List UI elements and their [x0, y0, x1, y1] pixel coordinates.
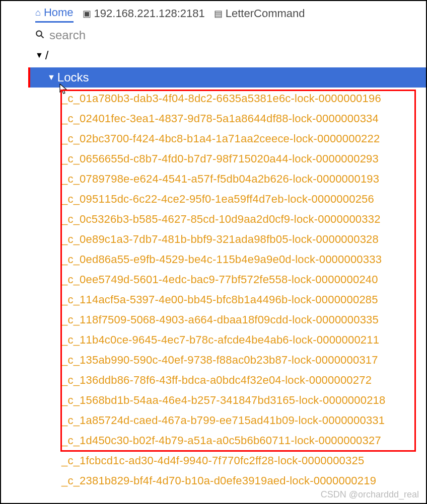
command-icon: ▤: [214, 8, 223, 19]
tree-node[interactable]: _c_0ed86a55-e9fb-4529-be4c-115b4e9a9e0d-…: [61, 249, 426, 270]
tree-node[interactable]: _c_1a85724d-caed-467a-b799-ee715ad41b09-…: [61, 410, 426, 431]
tree-node[interactable]: _c_135ab990-590c-40ef-9738-f88ac0b23b87-…: [61, 350, 426, 370]
svg-point-0: [36, 31, 42, 36]
tree-node[interactable]: _c_2381b829-bf4f-4d70-b10a-d0efe3919aed-…: [61, 471, 426, 491]
terminal-icon: ▣: [83, 8, 91, 19]
tree-node[interactable]: _c_136ddb86-78f6-43ff-bdca-a0bdc4f32e04-…: [61, 370, 426, 390]
tree-node[interactable]: _c_1568bd1b-54aa-46e4-b257-341847bd3165-…: [61, 390, 426, 410]
tree-node[interactable]: _c_118f7509-5068-4903-a664-dbaa18f09cdd-…: [61, 310, 426, 330]
tree-node[interactable]: _c_0656655d-c8b7-4fd0-b7d7-98f715020a44-…: [61, 149, 426, 169]
tree-node[interactable]: _c_02bc3700-f424-4bc8-b1a4-1a71aa2ceece-…: [61, 129, 426, 149]
tab-home-label: Home: [44, 6, 74, 19]
search-input[interactable]: [49, 28, 200, 42]
tree-node[interactable]: _c_11b4c0ce-9645-4ec7-b78c-afcde4be4ab6-…: [61, 330, 426, 350]
tree: ▼ / ▼ Locks _c_01a780b3-dab3-4f04-8dc2-6…: [1, 44, 426, 491]
tree-node[interactable]: _c_095115dc-6c22-4ce2-95f0-1ea59ff4d7eb-…: [61, 189, 426, 209]
root-label: /: [45, 48, 49, 62]
tree-node-locks[interactable]: ▼ Locks: [28, 67, 426, 88]
tree-node[interactable]: _c_0ee5749d-5601-4edc-bac9-77bf572fe558-…: [61, 270, 426, 290]
home-icon: ⌂: [35, 8, 41, 18]
search-icon: [35, 30, 44, 41]
tree-root[interactable]: ▼ /: [1, 46, 426, 64]
tab-server[interactable]: ▣ 192.168.221.128:2181: [83, 5, 205, 22]
locks-label: Locks: [57, 70, 89, 85]
tab-lettercommand[interactable]: ▤ LetterCommand: [214, 5, 305, 22]
svg-line-1: [41, 35, 43, 38]
tree-node[interactable]: _c_01a780b3-dab3-4f04-8dc2-6635a5381e6c-…: [61, 89, 426, 109]
tree-node[interactable]: _c_0e89c1a3-7db7-481b-bbf9-321ada98fb05-…: [61, 229, 426, 249]
tab-home[interactable]: ⌂ Home: [35, 4, 74, 23]
tree-node[interactable]: _c_1d450c30-b02f-4b79-a51a-a0c5b6b60711-…: [61, 431, 426, 451]
topbar: ⌂ Home ▣ 192.168.221.128:2181 ▤ LetterCo…: [1, 1, 426, 26]
tree-node[interactable]: _c_1fcbcd1c-ad30-4d4f-9940-7f770fc2ff28-…: [61, 451, 426, 471]
tab-server-label: 192.168.221.128:2181: [94, 7, 205, 20]
search-row: [1, 26, 426, 44]
watermark: CSDN @orcharddd_real: [321, 489, 419, 500]
tree-node[interactable]: _c_0c5326b3-b585-4627-85cd-10d9aa2d0cf9-…: [61, 209, 426, 229]
tree-node[interactable]: _c_02401fec-3ea1-4837-9d78-5a1a8644df88-…: [61, 109, 426, 129]
tab-letter-label: LetterCommand: [226, 7, 305, 20]
tree-node[interactable]: _c_114acf5a-5397-4e00-bb45-bfc8b1a4496b-…: [61, 290, 426, 310]
chevron-down-icon: ▼: [35, 51, 43, 60]
locks-children: _c_01a780b3-dab3-4f04-8dc2-6635a5381e6c-…: [61, 89, 426, 491]
app-frame: ⌂ Home ▣ 192.168.221.128:2181 ▤ LetterCo…: [0, 0, 427, 504]
chevron-down-icon: ▼: [47, 73, 55, 82]
tree-node[interactable]: _c_0789798e-e624-4541-a57f-f5db04a2b626-…: [61, 169, 426, 189]
